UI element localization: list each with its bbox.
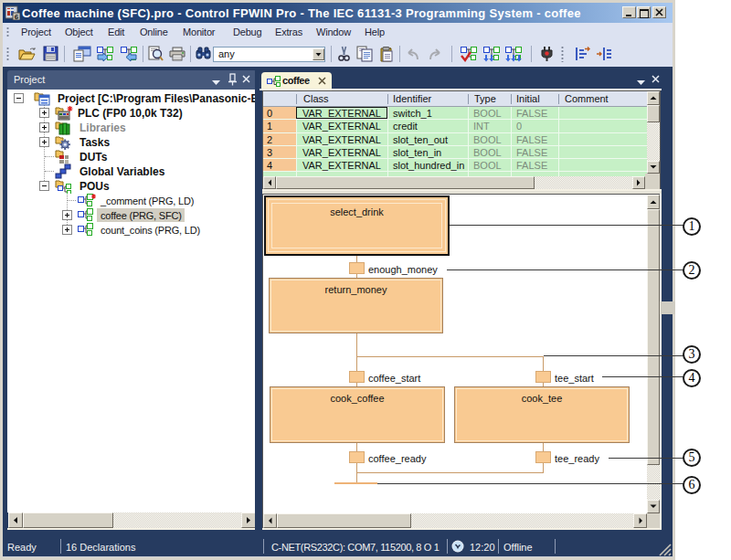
- svg-text:6: 6: [15, 13, 19, 20]
